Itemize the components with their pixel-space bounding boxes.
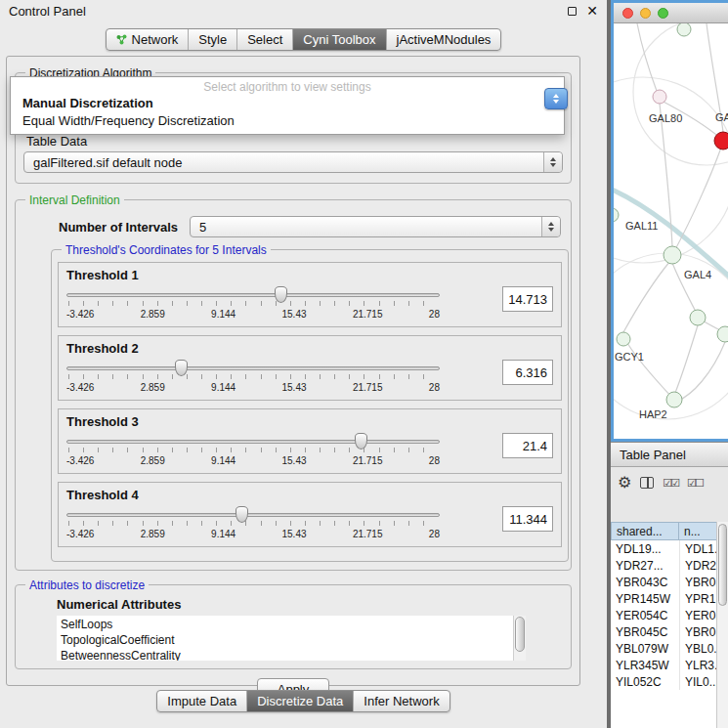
threshold-slider[interactable]: -3.4262.8599.14415.4321.71528 <box>66 284 440 321</box>
table-data-combobox[interactable]: galFiltered.sif default node <box>23 151 563 173</box>
tick-label: 2.859 <box>141 309 165 320</box>
number-of-intervals-combobox[interactable]: 5 <box>190 216 561 237</box>
tick-label: 28 <box>429 309 440 320</box>
network-node[interactable] <box>666 392 682 407</box>
float-window-icon[interactable] <box>568 7 577 16</box>
threshold-value-field[interactable] <box>502 506 553 532</box>
combobox-stepper-icon[interactable] <box>541 217 560 236</box>
tab-impute-data[interactable]: Impute Data <box>157 691 246 711</box>
tab-jactivemnodules[interactable]: jActiveMNodules <box>386 29 501 50</box>
tab-discretize-data[interactable]: Discretize Data <box>246 691 353 711</box>
slider-track[interactable] <box>66 440 440 444</box>
network-node[interactable] <box>677 23 691 36</box>
interval-definition-group: Interval Definition Number of Intervals … <box>15 199 572 571</box>
slider-track[interactable] <box>66 366 440 370</box>
slider-scale: -3.4262.8599.14415.4321.71528 <box>66 455 440 466</box>
table-row[interactable]: YPR145WYPR1... <box>611 590 728 607</box>
tab-select[interactable]: Select <box>236 29 292 50</box>
tick-label: 15.43 <box>282 529 307 539</box>
dropdown-option[interactable]: Equal Width/Frequency Discretization <box>11 112 564 130</box>
table-header-row: shared... n... <box>611 522 728 540</box>
network-node[interactable] <box>614 208 619 222</box>
table-scrollbar[interactable] <box>716 522 728 728</box>
tab-style[interactable]: Style <box>188 29 236 50</box>
threshold-slider[interactable]: -3.4262.8599.14415.4321.71528 <box>66 431 440 467</box>
slider-scale: -3.4262.8599.14415.4321.71528 <box>66 309 440 320</box>
table-row[interactable]: YLR345WYLR3... <box>611 657 728 673</box>
threshold-slider[interactable]: -3.4262.8599.14415.4321.71528 <box>66 358 440 394</box>
network-icon <box>116 34 127 45</box>
slider-track[interactable] <box>66 513 440 517</box>
bottom-tab-row: Impute DataDiscretize DataInfer Network <box>0 690 607 712</box>
table-row[interactable]: YBR045CYBR0... <box>611 623 728 640</box>
tab-label: Style <box>198 32 227 47</box>
node-label: GAL80 <box>649 112 682 124</box>
network-node[interactable] <box>617 332 630 346</box>
table-row[interactable]: YBR043CYBR0... <box>611 574 728 590</box>
network-node[interactable] <box>653 90 666 104</box>
attributes-group: Attributes to discretize Numerical Attri… <box>15 584 572 669</box>
network-node-selected[interactable] <box>714 132 728 150</box>
network-node[interactable] <box>664 246 681 264</box>
slider-track[interactable] <box>66 293 440 297</box>
threshold-value-field[interactable] <box>502 286 553 312</box>
gear-icon[interactable]: ⚙ <box>618 475 631 491</box>
list-scrollbar[interactable] <box>513 616 526 661</box>
select-all-icon[interactable]: ☑☐ <box>687 477 703 490</box>
close-panel-icon[interactable]: ✕ <box>586 4 598 18</box>
tick-label: 15.43 <box>282 382 307 393</box>
table-row[interactable]: YIL052CYIL0... <box>611 673 728 690</box>
dropdown-placeholder-option: Select algorithm to view settings <box>11 77 564 95</box>
tab-cyni-toolbox[interactable]: Cyni Toolbox <box>292 29 385 50</box>
numerical-attributes-list[interactable]: SelfLoopsTopologicalCoefficientBetweenne… <box>57 616 526 661</box>
threshold-label: Threshold 4 <box>66 488 553 502</box>
column-header-shared-name[interactable]: shared... <box>611 522 679 540</box>
cell-shared-name: YBR045C <box>611 623 679 640</box>
table-body: YDL19...YDL1...YDR27...YDR2...YBR043CYBR… <box>611 540 728 728</box>
tick-label: 9.144 <box>211 382 236 393</box>
list-item[interactable]: TopologicalCoefficient <box>61 632 526 648</box>
tick-label: 21.715 <box>353 529 383 539</box>
tick-label: 21.715 <box>353 309 383 320</box>
threshold-slider[interactable]: -3.4262.8599.14415.4321.71528 <box>66 504 440 540</box>
columns-icon[interactable] <box>640 477 654 489</box>
close-button[interactable] <box>622 8 633 19</box>
threshold-panel-2: Threshold 2-3.4262.8599.14415.4321.71528 <box>58 335 562 401</box>
tick-label: 2.859 <box>141 455 165 466</box>
list-item[interactable]: SelfLoops <box>61 617 526 632</box>
table-row[interactable]: YDL19...YDL1... <box>611 540 728 557</box>
algorithm-combobox-stepper-icon[interactable] <box>544 88 568 109</box>
table-row[interactable]: YBL079WYBL0... <box>611 640 728 657</box>
slider-ticks <box>68 521 438 526</box>
table-panel-header[interactable]: Table Panel <box>611 442 728 467</box>
control-panel-title: Control Panel <box>9 4 86 19</box>
slider-thumb[interactable] <box>236 506 248 523</box>
numerical-attributes-items: SelfLoopsTopologicalCoefficientBetweenne… <box>61 617 526 661</box>
node-label: GA <box>715 111 728 123</box>
cell-shared-name: YDL19... <box>611 540 679 557</box>
tick-label: -3.426 <box>66 382 94 393</box>
threshold-value-field[interactable] <box>502 360 553 385</box>
node-label: GCY1 <box>615 351 644 363</box>
list-item[interactable]: BetweennessCentrality <box>61 648 526 661</box>
network-node[interactable] <box>717 326 728 342</box>
combobox-stepper-icon[interactable] <box>543 152 562 172</box>
table-row[interactable]: YDR27...YDR2... <box>611 557 728 574</box>
minimize-button[interactable] <box>640 8 651 19</box>
list-scrollbar-thumb[interactable] <box>515 617 525 652</box>
node-table: shared... n... YDL19...YDL1...YDR27...YD… <box>611 522 728 728</box>
network-canvas[interactable]: GAL80 GA GAL11 GAL4 GCY1 HAP2 <box>614 23 728 437</box>
select-columns-icon[interactable]: ☑☑ <box>663 477 678 490</box>
slider-thumb[interactable] <box>355 433 367 450</box>
control-panel-titlebar: Control Panel ✕ <box>0 0 607 21</box>
zoom-button[interactable] <box>658 8 668 19</box>
threshold-value-field[interactable] <box>502 433 553 458</box>
tick-label: 2.859 <box>141 382 165 393</box>
table-row[interactable]: YER054CYER0... <box>611 607 728 623</box>
network-window-titlebar[interactable] <box>614 3 728 23</box>
dropdown-option[interactable]: Manual Discretization <box>11 95 564 112</box>
tab-network[interactable]: Network <box>107 29 189 50</box>
tab-infer-network[interactable]: Infer Network <box>353 691 449 711</box>
table-scrollbar-thumb[interactable] <box>718 524 727 606</box>
network-node[interactable] <box>690 310 706 325</box>
